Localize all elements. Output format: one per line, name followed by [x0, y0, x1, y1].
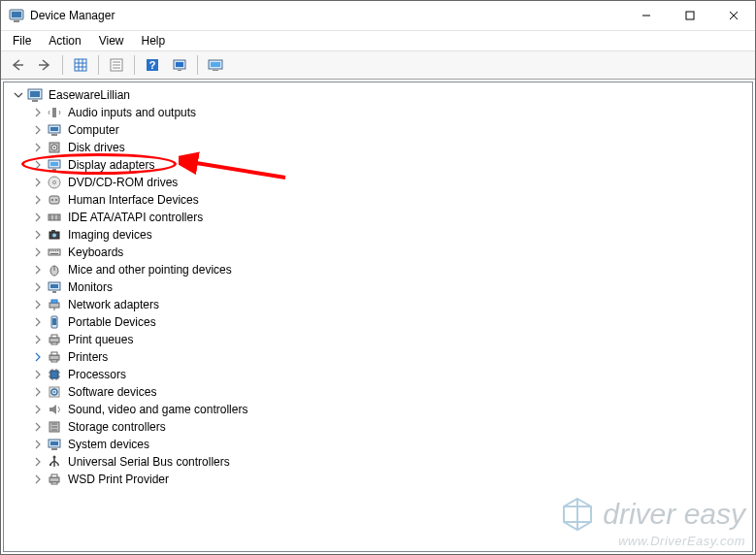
toolbar-separator	[134, 55, 135, 75]
tree-category-node[interactable]: System devices	[8, 436, 752, 453]
keyboard-icon	[47, 245, 62, 260]
scan-icon	[172, 57, 187, 73]
tree-category-label: DVD/CD-ROM drives	[66, 176, 180, 189]
expander-icon[interactable]	[31, 438, 45, 451]
printqueue-icon	[47, 332, 62, 347]
svg-point-93	[57, 464, 59, 466]
menu-help[interactable]: Help	[134, 32, 174, 49]
tree-category-node[interactable]: Printers	[8, 348, 752, 366]
ide-icon	[47, 210, 62, 225]
svg-rect-7	[75, 59, 86, 71]
show-hidden-button[interactable]	[68, 53, 93, 77]
tree-category-node[interactable]: Human Interface Devices	[8, 191, 752, 209]
wsd-icon	[47, 472, 62, 487]
svg-rect-36	[52, 169, 56, 171]
svg-rect-27	[52, 108, 56, 117]
svg-rect-22	[211, 62, 220, 67]
svg-point-38	[53, 181, 56, 184]
back-button[interactable]	[5, 53, 30, 77]
mouse-icon	[47, 262, 62, 278]
expander-icon[interactable]	[31, 193, 45, 207]
imaging-icon	[47, 227, 62, 243]
tree-category-label: Universal Serial Bus controllers	[66, 455, 232, 469]
storage-icon	[47, 419, 62, 435]
expander-icon[interactable]	[31, 245, 45, 259]
grid-icon	[73, 57, 88, 73]
tree-root-label: EasewareLillian	[47, 88, 132, 102]
tree-category-label: Computer	[66, 123, 121, 137]
tree-category-node[interactable]: Network adapters	[8, 296, 752, 313]
tree-category-node[interactable]: Portable Devices	[8, 313, 752, 331]
tree-category-node[interactable]: Disk drives	[8, 139, 752, 156]
help-button[interactable]: ?	[140, 53, 165, 77]
expander-icon[interactable]	[31, 333, 45, 346]
expander-icon[interactable]	[31, 420, 45, 434]
tree-category-node[interactable]: Computer	[8, 121, 752, 139]
tree-category-node[interactable]: Software devices	[8, 383, 752, 401]
software-icon	[47, 384, 62, 400]
expander-icon[interactable]	[31, 350, 45, 364]
tree-category-node[interactable]: Universal Serial Bus controllers	[8, 453, 752, 471]
tree-category-node[interactable]: Monitors	[8, 278, 752, 296]
svg-rect-86	[50, 441, 58, 445]
expander-icon[interactable]	[31, 228, 45, 242]
maximize-button[interactable]	[668, 1, 711, 30]
close-icon	[729, 11, 739, 20]
svg-rect-35	[50, 162, 58, 166]
scan-button[interactable]	[167, 53, 192, 77]
expander-icon[interactable]	[31, 298, 45, 311]
expander-icon[interactable]	[31, 211, 45, 224]
device-tree-panel[interactable]: EasewareLillian Audio inputs and outputs…	[3, 82, 753, 552]
minimize-button[interactable]	[624, 1, 668, 30]
tree-category-label: Printers	[66, 350, 110, 364]
expander-icon[interactable]	[31, 263, 45, 277]
tree-category-label: Print queues	[66, 333, 135, 346]
tree-category-node[interactable]: Sound, video and game controllers	[8, 401, 752, 418]
expander-icon[interactable]	[12, 88, 25, 102]
expander-icon[interactable]	[31, 106, 45, 119]
tree-category-node[interactable]: Display adapters	[8, 156, 752, 174]
tree-root-node[interactable]: EasewareLillian	[8, 86, 752, 104]
menu-view[interactable]: View	[91, 32, 132, 49]
forward-button[interactable]	[32, 53, 57, 77]
expander-icon[interactable]	[31, 315, 45, 329]
svg-text:?: ?	[149, 59, 156, 71]
tree-category-label: Mice and other pointing devices	[66, 263, 234, 277]
svg-rect-60	[52, 291, 56, 293]
tree-category-node[interactable]: Print queues	[8, 331, 752, 348]
tree-category-node[interactable]: DVD/CD-ROM drives	[8, 174, 752, 191]
menu-action[interactable]: Action	[41, 32, 88, 49]
expander-icon[interactable]	[31, 385, 45, 399]
tree-category-node[interactable]: Imaging devices	[8, 226, 752, 244]
tree-category-node[interactable]: WSD Print Provider	[8, 471, 752, 488]
forward-arrow-icon	[37, 57, 52, 73]
svg-rect-54	[57, 250, 58, 251]
expander-icon[interactable]	[31, 158, 45, 172]
expander-icon[interactable]	[31, 473, 45, 486]
expander-icon[interactable]	[31, 141, 45, 154]
tree-category-node[interactable]: Mice and other pointing devices	[8, 261, 752, 278]
tree-category-node[interactable]: Processors	[8, 366, 752, 383]
tree-category-label: Software devices	[66, 385, 158, 399]
expander-icon[interactable]	[31, 176, 45, 189]
tree-category-node[interactable]: Keyboards	[8, 244, 752, 261]
view-button[interactable]	[203, 53, 228, 77]
display-icon	[47, 157, 62, 173]
expander-icon[interactable]	[31, 280, 45, 294]
menu-file[interactable]: File	[5, 32, 39, 49]
expander-icon[interactable]	[31, 368, 45, 381]
svg-rect-92	[49, 464, 51, 466]
toolbar-separator	[197, 55, 198, 75]
properties-button[interactable]	[104, 53, 129, 77]
expander-icon[interactable]	[31, 455, 45, 469]
tree-category-node[interactable]: Storage controllers	[8, 418, 752, 436]
expander-icon[interactable]	[31, 123, 45, 137]
tree-category-node[interactable]: Audio inputs and outputs	[8, 104, 752, 121]
expander-icon[interactable]	[31, 403, 45, 416]
network-icon	[47, 297, 62, 312]
svg-point-40	[51, 199, 53, 201]
tree-category-label: Imaging devices	[66, 228, 154, 242]
tree-category-node[interactable]: IDE ATA/ATAPI controllers	[8, 209, 752, 226]
close-button[interactable]	[711, 1, 755, 30]
svg-rect-23	[213, 70, 218, 71]
